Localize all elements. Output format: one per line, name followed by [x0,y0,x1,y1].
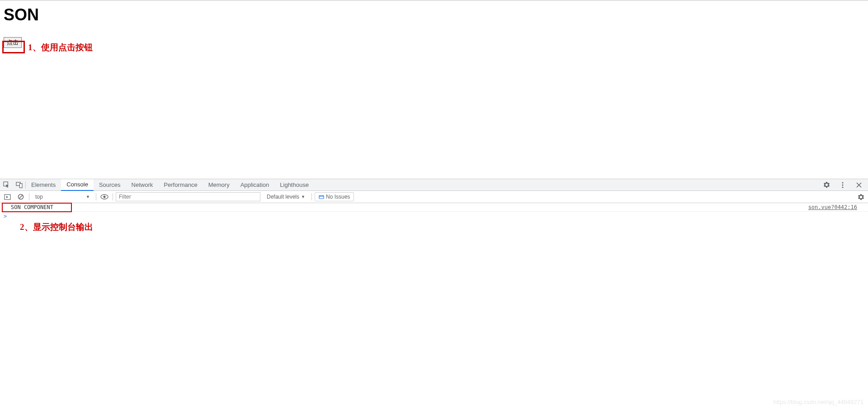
divider [29,193,29,200]
svg-point-3 [842,182,844,183]
tabs-right-controls [820,179,868,191]
devtools-tabs-bar: Elements Console Sources Network Perform… [0,179,868,191]
inspect-element-icon[interactable] [0,179,13,191]
console-toolbar: top ▼ Default levels ▼ No Issues [0,191,868,203]
log-source-link[interactable]: son.vue?0442:16 [808,204,868,210]
prompt-symbol: > [4,213,7,219]
tab-console[interactable]: Console [61,179,94,191]
svg-point-9 [104,196,106,198]
issues-icon [319,194,324,200]
no-issues-button[interactable]: No Issues [315,192,354,201]
tab-network[interactable]: Network [126,179,159,191]
execution-context-select[interactable]: top ▼ [32,192,93,201]
divider [96,193,96,200]
device-toolbar-icon[interactable] [13,179,25,191]
svg-point-5 [842,186,844,188]
divider [113,193,113,200]
toolbar-right [855,191,866,202]
tab-application[interactable]: Application [235,179,275,191]
page-content: SON 点击 1、使用点击按钮 [0,0,868,179]
clear-console-icon[interactable] [15,191,26,202]
tab-memory[interactable]: Memory [203,179,235,191]
click-button[interactable]: 点击 [4,37,22,48]
chevron-down-icon: ▼ [301,195,305,199]
tab-lighthouse[interactable]: Lighthouse [274,179,314,191]
context-label: top [35,194,43,200]
live-expression-icon[interactable] [99,191,110,202]
page-title: SON [4,5,864,24]
close-icon[interactable] [853,179,865,191]
tab-performance[interactable]: Performance [158,179,203,191]
devtools-panel: Elements Console Sources Network Perform… [0,179,868,409]
annotation-text-2: 2、显示控制台输出 [20,221,93,233]
more-menu-icon[interactable] [836,179,849,191]
filter-input[interactable] [116,192,260,201]
chevron-down-icon: ▼ [86,195,90,199]
no-issues-label: No Issues [326,194,350,200]
levels-label: Default levels [267,194,299,200]
annotation-text-1: 1、使用点击按钮 [28,42,93,53]
divider [311,193,312,200]
log-levels-select[interactable]: Default levels ▼ [263,192,309,201]
gear-icon[interactable] [820,179,833,191]
tab-sources[interactable]: Sources [94,179,126,191]
tab-elements[interactable]: Elements [26,179,61,191]
console-settings-icon[interactable] [855,191,866,202]
toggle-sidebar-icon[interactable] [2,191,13,202]
svg-rect-10 [319,195,324,199]
watermark: https://blog.csdn.net/qq_44849271 [774,399,864,405]
console-output: SON COMPONENT son.vue?0442:16 > 2、显示控制台输… [0,203,868,220]
svg-point-4 [842,184,844,185]
log-message: SON COMPONENT [0,204,53,210]
console-prompt[interactable]: > [0,212,868,220]
svg-rect-2 [19,184,22,188]
console-log-row: SON COMPONENT son.vue?0442:16 [0,203,868,212]
